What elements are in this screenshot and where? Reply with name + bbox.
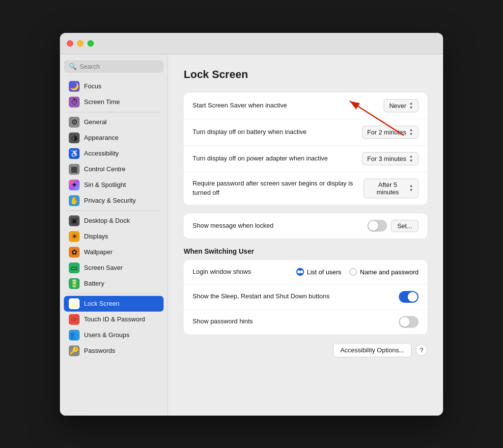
display-adapter-row: Turn display off on power adapter when i…	[184, 146, 427, 172]
require-password-stepper[interactable]: After 5 minutes ▲ ▼	[363, 179, 419, 198]
sidebar-label-screensaver: Screen Saver	[84, 264, 123, 271]
sidebar-label-passwords: Passwords	[84, 347, 115, 354]
general-icon: ⚙	[69, 117, 80, 128]
close-button[interactable]	[67, 40, 73, 47]
down-arrow-icon: ▼	[409, 106, 413, 110]
controlcentre-icon: ▦	[69, 164, 80, 175]
login-window-control: List of users Name and password	[296, 268, 419, 276]
radio-name-label: Name and password	[360, 268, 419, 276]
screensaver-stepper[interactable]: Never ▲ ▼	[384, 99, 419, 112]
screensaver-label: Start Screen Saver when inactive	[193, 101, 287, 110]
accessibility-icon: ♿	[69, 148, 80, 159]
bottom-row: Accessibility Options... ?	[184, 343, 427, 357]
minimize-button[interactable]	[77, 40, 84, 47]
require-password-control: After 5 minutes ▲ ▼	[363, 179, 419, 198]
message-card: Show message when locked Set...	[184, 213, 427, 238]
password-hints-control	[399, 316, 419, 328]
sidebar-item-screentime[interactable]: ⏱Screen Time	[64, 94, 164, 110]
sidebar-item-displays[interactable]: ☀Displays	[64, 229, 164, 244]
display-adapter-value: For 3 minutes	[367, 155, 406, 162]
touchid-icon: ☞	[69, 314, 80, 325]
sleep-restart-row: Show the Sleep, Restart and Shut Down bu…	[184, 285, 427, 310]
screensaver-icon: ▭	[69, 263, 80, 273]
system-preferences-window: 🔍 🌙Focus⏱Screen Time⚙General◑Appearance♿…	[60, 33, 443, 416]
screensaver-row: Start Screen Saver when inactive Never ▲…	[184, 93, 427, 119]
radio-list-dot	[297, 270, 300, 273]
sidebar-item-screensaver[interactable]: ▭Screen Saver	[64, 260, 164, 276]
settings-card-top: Start Screen Saver when inactive Never ▲…	[184, 93, 427, 205]
help-button[interactable]: ?	[416, 344, 427, 356]
set-button[interactable]: Set...	[391, 220, 419, 232]
toggle-thumb-3	[400, 317, 410, 327]
maximize-button[interactable]	[87, 40, 94, 47]
password-hints-toggle[interactable]	[399, 316, 419, 328]
sidebar-item-passwords[interactable]: 🔑Passwords	[64, 343, 164, 359]
require-password-label: Require password after screen saver begi…	[193, 179, 363, 197]
sidebar-label-wallpaper: Wallpaper	[84, 248, 112, 256]
sidebar-item-focus[interactable]: 🌙Focus	[64, 79, 164, 94]
passwords-icon: 🔑	[69, 345, 80, 356]
message-toggle[interactable]	[367, 220, 387, 232]
sidebar-label-controlcentre: Control Centre	[84, 165, 126, 173]
sidebar-divider	[67, 211, 161, 211]
sidebar-item-siri[interactable]: ✦Siri & Spotlight	[64, 177, 164, 193]
display-adapter-stepper[interactable]: For 3 minutes ▲ ▼	[362, 152, 419, 165]
down-arrow-icon-3: ▼	[409, 159, 413, 163]
accessibility-options-button[interactable]: Accessibility Options...	[333, 343, 412, 357]
sleep-restart-toggle[interactable]	[399, 291, 419, 303]
down-arrow-icon-4: ▼	[409, 188, 413, 192]
sidebar-item-controlcentre[interactable]: ▦Control Centre	[64, 161, 164, 177]
sidebar-item-battery[interactable]: 🔋Battery	[64, 276, 164, 291]
switching-card: Login window shows List of users Name an	[184, 260, 427, 334]
sidebar-item-desktop[interactable]: ▣Desktop & Dock	[64, 213, 164, 229]
display-battery-control: For 2 minutes ▲ ▼	[362, 126, 419, 139]
screentime-icon: ⏱	[69, 97, 80, 107]
battery-icon: 🔋	[69, 278, 80, 289]
login-window-row: Login window shows List of users Name an	[184, 260, 427, 285]
stepper-arrows-4: ▲ ▼	[409, 184, 413, 192]
sidebar-divider	[67, 112, 161, 112]
displays-icon: ☀	[69, 231, 80, 242]
message-row: Show message when locked Set...	[184, 213, 427, 238]
sidebar-item-general[interactable]: ⚙General	[64, 114, 164, 130]
display-battery-label: Turn display off on battery when inactiv…	[193, 128, 307, 136]
page-title: Lock Screen	[184, 68, 427, 81]
sidebar-item-appearance[interactable]: ◑Appearance	[64, 130, 164, 146]
sidebar-item-users[interactable]: 👥Users & Groups	[64, 327, 164, 343]
stepper-arrows: ▲ ▼	[409, 102, 413, 110]
radio-list-circle	[296, 268, 304, 276]
sidebar-item-privacy[interactable]: ✋Privacy & Security	[64, 193, 164, 209]
sidebar-label-touchid: Touch ID & Password	[84, 316, 145, 323]
sidebar-item-accessibility[interactable]: ♿Accessibility	[64, 146, 164, 161]
sidebar-item-lockscreen[interactable]: 🔒Lock Screen	[64, 296, 164, 312]
radio-list-label: List of users	[307, 268, 341, 276]
sidebar-label-users: Users & Groups	[84, 331, 129, 339]
up-arrow-icon-3: ▲	[409, 155, 413, 158]
main-content: Lock Screen Start Screen Saver when inac…	[168, 54, 443, 371]
sidebar-item-touchid[interactable]: ☞Touch ID & Password	[64, 312, 164, 327]
switching-section-header: When Switching User	[184, 247, 427, 255]
titlebar	[60, 33, 443, 54]
require-password-row: Require password after screen saver begi…	[184, 172, 427, 205]
search-input[interactable]	[80, 63, 159, 70]
stepper-arrows-3: ▲ ▼	[409, 155, 413, 163]
message-label: Show message when locked	[193, 221, 274, 230]
sidebar-label-battery: Battery	[84, 280, 104, 287]
focus-icon: 🌙	[69, 81, 80, 92]
radio-list[interactable]: List of users	[296, 268, 341, 276]
up-arrow-icon-4: ▲	[409, 184, 413, 188]
sidebar-item-wallpaper[interactable]: ✿Wallpaper	[64, 244, 164, 260]
radio-name[interactable]: Name and password	[349, 268, 419, 276]
password-hints-row: Show password hints	[184, 310, 427, 334]
display-adapter-control: For 3 minutes ▲ ▼	[362, 152, 419, 165]
users-icon: 👥	[69, 330, 80, 341]
up-arrow-icon: ▲	[409, 102, 413, 105]
sidebar-label-accessibility: Accessibility	[84, 150, 119, 157]
display-battery-stepper[interactable]: For 2 minutes ▲ ▼	[362, 126, 419, 139]
sidebar-label-desktop: Desktop & Dock	[84, 217, 130, 224]
search-box[interactable]: 🔍	[64, 60, 164, 73]
stepper-arrows-2: ▲ ▼	[409, 128, 413, 136]
main-wrapper: Lock Screen Start Screen Saver when inac…	[168, 54, 443, 416]
toggle-thumb-2	[408, 292, 418, 302]
toggle-thumb	[368, 221, 378, 231]
